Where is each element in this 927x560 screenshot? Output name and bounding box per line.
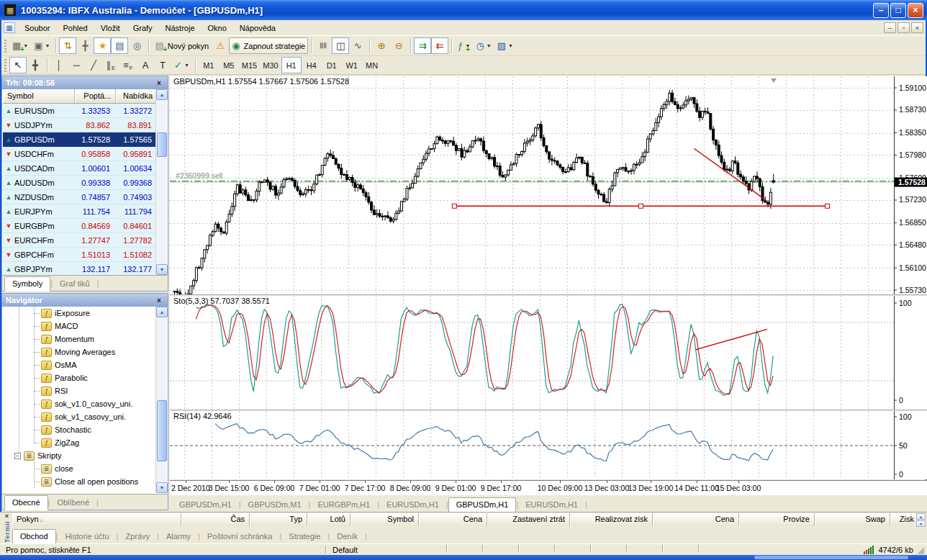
close-icon[interactable]: × xyxy=(5,512,9,521)
chart-tab-gbpusdm-h1[interactable]: GBPUSDm,H1 xyxy=(172,498,239,512)
stochastic-pane[interactable]: 1000Sto(5,3,3) 57.7037 38.5571 xyxy=(170,296,927,410)
terminal-column-zastaven-ztr-t[interactable]: Zastavení ztrát xyxy=(487,513,570,526)
market-watch-row-USDCADm[interactable]: ▲USDCADm1.006011.00634 xyxy=(3,161,155,176)
terminal-column-cena[interactable]: Cena xyxy=(653,513,739,526)
zoom-out-button[interactable]: ⊖ xyxy=(390,37,407,54)
terminal-tab-historie-tu[interactable]: Historie účtu xyxy=(58,530,116,543)
terminal-column-realizovat-zisk[interactable]: Realizovat zisk xyxy=(570,513,653,526)
rsi-pane[interactable]: 100500RSI(14) 42.9646 xyxy=(170,411,927,479)
chart-tab-gbpusdm-m1[interactable]: GBPUSDm,M1 xyxy=(241,498,309,512)
child-close-button[interactable]: × xyxy=(911,22,923,33)
market-watch-row-EURUSDm[interactable]: ▲EURUSDm1.332531.33272 xyxy=(3,104,155,118)
timeframe-m1[interactable]: M1 xyxy=(199,57,219,73)
toolbar-grip[interactable] xyxy=(4,59,6,72)
navigator-item-stochastic[interactable]: ƒStochastic xyxy=(3,423,155,436)
market-watch-row-AUDUSDm[interactable]: ▲AUDUSDm0.993380.99368 xyxy=(3,176,155,190)
mw-column-2[interactable]: Nabídka xyxy=(116,89,158,104)
bar-chart-button[interactable]: ≣ xyxy=(315,37,332,54)
spin-down-icon[interactable]: ▾ xyxy=(916,520,926,527)
terminal-tab-zpr-vy[interactable]: Zprávy xyxy=(118,530,157,543)
terminal-column-zisk[interactable]: Zisk xyxy=(890,513,919,526)
minimize-button[interactable]: – xyxy=(873,3,889,18)
terminal-tab-strategie[interactable]: Strategie xyxy=(281,530,327,543)
menu-soubor[interactable]: Soubor xyxy=(18,21,56,35)
candlestick-chart-button[interactable]: ◫ xyxy=(332,37,349,54)
navigator-item-moving-averages[interactable]: ƒMoving Averages xyxy=(3,346,155,358)
cursor-button[interactable]: ↖ xyxy=(9,57,27,73)
navigator-item-momentum[interactable]: ƒMomentum xyxy=(3,333,155,346)
navigator-item-parabolic[interactable]: ƒParabolic xyxy=(3,371,155,384)
dropdown-arrow-icon[interactable]: ▼ xyxy=(508,43,513,48)
market-watch-toggle[interactable]: ⇅ xyxy=(59,37,76,54)
menu-pohled[interactable]: Pohled xyxy=(56,21,94,35)
text-button[interactable]: A xyxy=(137,57,154,73)
navigator-item-zigzag[interactable]: ƒZigZag xyxy=(3,436,155,449)
market-watch-row-EURGBPm[interactable]: ▼EURGBPm0.845690.84601 xyxy=(3,219,155,233)
terminal-tab-alarmy[interactable]: Alarmy xyxy=(159,530,198,543)
maximize-button[interactable]: □ xyxy=(890,3,906,18)
timeframe-h4[interactable]: H4 xyxy=(302,57,322,73)
navigator-toggle[interactable]: ★ xyxy=(94,37,111,54)
terminal-column-symbol[interactable]: Symbol xyxy=(351,513,419,526)
timeframe-m30[interactable]: M30 xyxy=(260,57,281,73)
indicators-button[interactable]: ƒ+▼ xyxy=(455,37,473,54)
market-watch-row-GBPUSDm[interactable]: ▲GBPUSDm1.575281.57565 xyxy=(3,132,155,147)
mw-column-1[interactable]: Poptá... xyxy=(75,89,117,104)
navigator-scrollbar[interactable]: ▲▼ xyxy=(155,307,167,493)
market-watch-row-GBPCHFm[interactable]: ▼GBPCHFm1.510131.51082 xyxy=(3,248,155,262)
tab-obecné[interactable]: Obecné xyxy=(4,495,48,510)
navigator-item-close[interactable]: ≣close xyxy=(3,462,155,475)
title-bar[interactable]: ▦ 10035294: IBFX Australia - Demoúčet - … xyxy=(0,0,927,20)
timeframe-m15[interactable]: M15 xyxy=(239,57,260,73)
market-watch-row-NZDUSDm[interactable]: ▲NZDUSDm0.748570.74903 xyxy=(3,190,155,204)
data-window-toggle[interactable]: ╋ xyxy=(76,37,94,54)
fibonacci-button[interactable]: ≡F xyxy=(119,57,137,73)
menu-nástroje[interactable]: Nástroje xyxy=(159,21,202,35)
spin-up-icon[interactable]: ▴ xyxy=(916,513,926,520)
templates-button[interactable]: ▧▼ xyxy=(494,37,516,54)
main-chart-pane[interactable]: #2360999 sell1.591001.587301.583501.5798… xyxy=(170,76,927,294)
dropdown-arrow-icon[interactable]: ▼ xyxy=(487,43,492,48)
timeframe-m5[interactable]: M5 xyxy=(219,57,239,73)
profiles-button[interactable]: ▣▼ xyxy=(31,37,53,54)
scroll-up-icon[interactable]: ▲ xyxy=(156,89,168,100)
channel-button[interactable]: ∥E xyxy=(102,57,119,73)
market-watch-row-USDJPYm[interactable]: ▼USDJPYm83.86283.891 xyxy=(3,118,155,132)
terminal-column--as[interactable]: Čas xyxy=(181,513,250,526)
close-icon[interactable]: × xyxy=(154,296,164,305)
vertical-line-button[interactable]: │ xyxy=(50,57,68,73)
navigator-item-close-all-open-positions[interactable]: ≣Close all open positions xyxy=(3,475,155,488)
navigator-item-skripty[interactable]: −≣Skripty xyxy=(3,449,155,462)
timeframe-mn[interactable]: MN xyxy=(362,57,382,73)
chart-tab-eurusdm-h1[interactable]: EURUSDm,H1 xyxy=(379,498,446,512)
tester-toggle[interactable]: ◎ xyxy=(128,37,145,54)
status-profile[interactable]: Default xyxy=(327,544,412,556)
resize-grip-icon[interactable]: ◢ xyxy=(918,546,924,554)
expert-advisors-button[interactable]: ◉Zapnout strategie xyxy=(229,37,308,54)
close-button[interactable]: × xyxy=(908,3,923,18)
terminal-column-cena[interactable]: Cena xyxy=(419,513,487,526)
close-icon[interactable]: × xyxy=(154,78,164,88)
zoom-in-button[interactable]: ⊕ xyxy=(373,37,390,54)
mw-column-0[interactable]: Symbol xyxy=(3,89,75,104)
dropdown-arrow-icon[interactable]: ▼ xyxy=(184,63,189,68)
toolbar-grip[interactable] xyxy=(4,40,6,53)
scroll-down-icon[interactable]: ▼ xyxy=(156,482,168,493)
menu-vložit[interactable]: Vložit xyxy=(94,21,127,35)
navigator-item-rsi[interactable]: ƒRSI xyxy=(3,384,155,397)
collapse-icon[interactable]: − xyxy=(14,453,21,459)
tab-oblíbené[interactable]: Oblíbené xyxy=(50,496,96,510)
metaeditor-button[interactable]: ⚠ xyxy=(212,37,229,54)
terminal-column-provize[interactable]: Provize xyxy=(739,513,815,526)
terminal-column-pokyn[interactable]: Pokyn ▵ xyxy=(12,513,181,526)
chart-tab-eurgbpm-h1[interactable]: EURGBPm,H1 xyxy=(310,498,377,512)
terminal-tab-obchod[interactable]: Obchod xyxy=(12,529,56,544)
navigator-item-sok-v1-0-casovy-uni-[interactable]: ƒsok_v1.0_casovy_uni. xyxy=(3,397,155,410)
chart-tab-gbpusdm-h1[interactable]: GBPUSDm,H1 xyxy=(448,497,517,512)
menu-grafy[interactable]: Grafy xyxy=(127,21,159,35)
scroll-up-icon[interactable]: ▲ xyxy=(156,307,168,317)
timeframe-h1[interactable]: H1 xyxy=(281,57,302,73)
market-watch-row-GBPJPYm[interactable]: ▲GBPJPYm132.117132.177 xyxy=(3,262,155,275)
market-watch-row-USDCHFm[interactable]: ▼USDCHFm0.958580.95891 xyxy=(3,147,155,161)
trendline-button[interactable]: ╱ xyxy=(85,57,102,73)
